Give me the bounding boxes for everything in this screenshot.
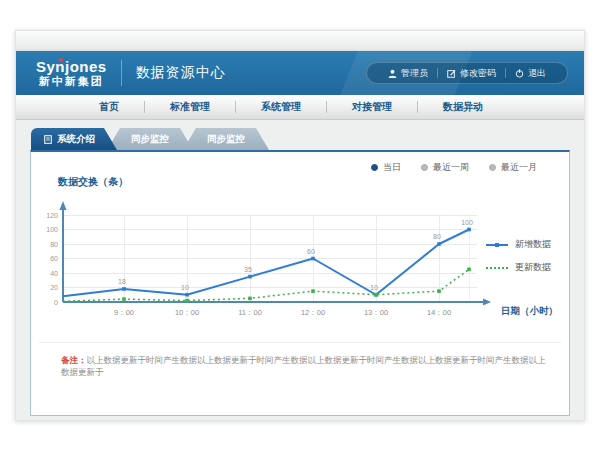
line-chart: 0204060801001209：0010：0011：0012：0013：001…	[41, 188, 501, 334]
logo-accent-dot	[59, 58, 63, 62]
svg-text:60: 60	[307, 248, 315, 255]
card-divider	[39, 342, 561, 343]
svg-text:10: 10	[370, 284, 378, 291]
radio-dot-icon	[489, 164, 496, 171]
power-icon	[515, 69, 524, 78]
svg-text:80: 80	[50, 241, 58, 248]
tab-sync-monitor-1[interactable]: 同步监控	[107, 128, 193, 150]
svg-text:20: 20	[50, 284, 58, 291]
logout-label: 退出	[528, 67, 546, 80]
change-password-label: 修改密码	[460, 67, 496, 80]
footnote-text: 以上数据更新于时间产生数据以上数据更新于时间产生数据以上数据更新于时间产生数据以…	[61, 355, 546, 377]
svg-text:120: 120	[46, 212, 58, 219]
header-actions: 管理员 修改密码 退出	[366, 62, 568, 84]
dotted-line-swatch-icon	[486, 267, 508, 269]
svg-text:13：00: 13：00	[364, 308, 388, 317]
svg-text:11：00: 11：00	[238, 308, 262, 317]
user-menu[interactable]: 管理员	[379, 67, 437, 80]
nav-item-home[interactable]: 首页	[74, 100, 144, 114]
radio-label: 最近一月	[501, 161, 537, 174]
chart-x-axis-title: 日期（小时）	[501, 305, 558, 318]
svg-text:35: 35	[244, 266, 252, 273]
app-header: Synjones 新中新集团 数据资源中心 管理员 修改密码 退出	[16, 51, 584, 95]
time-range-filter: 当日 最近一周 最近一月	[371, 161, 537, 174]
svg-text:0: 0	[54, 299, 58, 306]
logo-subtitle: 新中新集团	[36, 75, 107, 87]
radio-dot-icon	[421, 164, 428, 171]
radio-last-week[interactable]: 最近一周	[421, 161, 469, 174]
tab-label: 同步监控	[207, 133, 245, 144]
svg-text:100: 100	[46, 226, 58, 233]
window-top-strip	[16, 31, 584, 51]
legend-updated-data[interactable]: 更新数据	[486, 261, 551, 274]
main-nav: 首页 标准管理 系统管理 对接管理 数据异动	[16, 95, 584, 120]
user-label: 管理员	[401, 67, 428, 80]
svg-text:40: 40	[50, 270, 58, 277]
radio-label: 最近一周	[433, 161, 469, 174]
logo: Synjones 新中新集团	[36, 59, 107, 88]
nav-item-data-change[interactable]: 数据异动	[418, 100, 508, 114]
legend-label: 更新数据	[515, 261, 551, 274]
user-icon	[388, 69, 397, 78]
document-icon	[44, 135, 52, 144]
content-card: 当日 最近一周 最近一月 数据交换（条） 0204060801001209：00…	[30, 150, 570, 416]
app-window: Synjones 新中新集团 数据资源中心 管理员 修改密码 退出 首页	[15, 30, 585, 421]
solid-line-swatch-icon	[486, 244, 508, 246]
legend-new-data[interactable]: 新增数据	[486, 238, 551, 251]
tab-sync-monitor-2[interactable]: 同步监控	[183, 128, 269, 150]
logo-text: Synjones	[36, 59, 107, 76]
radio-dot-icon	[371, 164, 378, 171]
chart-y-axis-title: 数据交换（条）	[58, 175, 128, 189]
logout-button[interactable]: 退出	[506, 67, 555, 80]
page-title: 数据资源中心	[136, 64, 226, 82]
edit-icon	[447, 69, 456, 78]
footnote-label: 备注：	[61, 355, 87, 365]
svg-text:80: 80	[433, 233, 441, 240]
nav-item-system-mgmt[interactable]: 系统管理	[236, 100, 326, 114]
radio-last-month[interactable]: 最近一月	[489, 161, 537, 174]
tab-bar: 系统介绍 同步监控 同步监控	[31, 128, 584, 150]
svg-text:12：00: 12：00	[301, 308, 325, 317]
tab-label: 系统介绍	[57, 128, 95, 150]
radio-today[interactable]: 当日	[371, 161, 401, 174]
nav-item-interface-mgmt[interactable]: 对接管理	[327, 100, 417, 114]
radio-label: 当日	[383, 161, 401, 174]
nav-item-standard-mgmt[interactable]: 标准管理	[145, 100, 235, 114]
svg-text:10: 10	[181, 284, 189, 291]
change-password-button[interactable]: 修改密码	[438, 67, 505, 80]
svg-text:18: 18	[118, 278, 126, 285]
svg-text:100: 100	[461, 219, 473, 226]
header-divider	[121, 60, 122, 86]
footnote: 备注：以上数据更新于时间产生数据以上数据更新于时间产生数据以上数据更新于时间产生…	[61, 355, 551, 379]
svg-text:14：00: 14：00	[427, 308, 451, 317]
svg-text:60: 60	[50, 255, 58, 262]
svg-text:10：00: 10：00	[175, 308, 199, 317]
tab-system-intro[interactable]: 系统介绍	[31, 128, 117, 150]
tab-label: 同步监控	[131, 133, 169, 144]
svg-text:9：00: 9：00	[114, 308, 134, 317]
chart-legend: 新增数据 更新数据	[486, 238, 551, 274]
legend-label: 新增数据	[515, 238, 551, 251]
